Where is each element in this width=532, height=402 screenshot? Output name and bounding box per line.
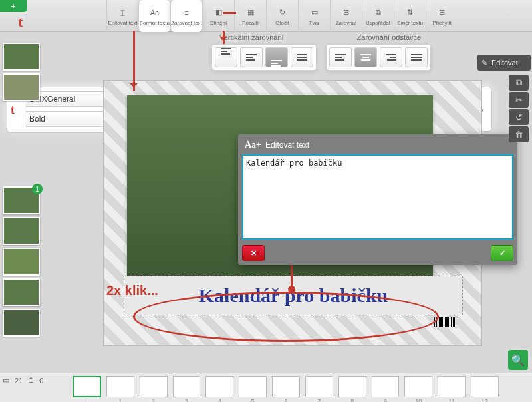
photo-count: 21 xyxy=(15,377,23,385)
toolbar-label: Směr textu xyxy=(394,20,426,26)
title-text-frame[interactable]: Kalendář pro babičku xyxy=(124,276,463,315)
photo-thumb[interactable] xyxy=(3,309,40,337)
toolbar-label: Přichytit xyxy=(426,20,458,26)
page-number: 5 xyxy=(239,398,266,402)
page-number: 6 xyxy=(273,398,299,402)
red-text-marker-icon: t xyxy=(12,13,29,31)
toolbar-snap-button[interactable]: ⊟Přichytit xyxy=(426,0,458,32)
bottom-bar: ▭21 ↥0 0123456789101112 xyxy=(0,373,532,402)
annotation-arrow-icon xyxy=(133,31,135,91)
page-number: 9 xyxy=(372,398,399,402)
edit-mode-button[interactable]: ✎Editovat xyxy=(477,55,531,71)
page-thumb[interactable]: 12 xyxy=(471,376,499,397)
photo-thumb[interactable] xyxy=(3,217,40,245)
delete-button[interactable]: 🗑 xyxy=(509,126,529,142)
palign-left-button[interactable] xyxy=(329,47,352,67)
annotation-arrow-icon xyxy=(223,12,236,14)
paragraph-align-group xyxy=(326,44,431,71)
toolbar-label: Editovat text xyxy=(107,20,139,26)
page-number: 2 xyxy=(140,398,167,402)
pin-count-icon: ↥ xyxy=(28,376,34,385)
toolbar-label: Stínění xyxy=(203,20,235,26)
page-number: 12 xyxy=(471,398,498,402)
page-thumb[interactable]: 4 xyxy=(205,376,233,397)
align-text-icon: ≡ xyxy=(181,7,193,19)
photo-count-icon: ▭ xyxy=(3,376,9,385)
modal-prefix-icon: Aa+ xyxy=(245,140,261,150)
magnifier-icon: 🔍 xyxy=(511,354,525,367)
background-icon: ▦ xyxy=(245,7,257,19)
photo-used-badge: 1 xyxy=(32,184,43,194)
palign-justify-button[interactable] xyxy=(405,47,428,67)
page-number: 0 xyxy=(74,397,100,402)
edit-text-icon: ⌶ xyxy=(117,7,129,19)
vertical-align-label: Vertikální zarovnání xyxy=(219,33,284,41)
page-thumb[interactable]: 8 xyxy=(338,376,366,397)
page-number: 7 xyxy=(306,398,332,402)
align-icon: ⊞ xyxy=(340,7,352,19)
toolbar-shape-button[interactable]: ▭Tvar xyxy=(298,0,330,32)
toolbar-label: Uspořádat xyxy=(362,20,394,26)
photo-thumb[interactable] xyxy=(3,278,40,306)
page-thumb[interactable]: 1 xyxy=(106,376,134,397)
valign-bottom-button[interactable] xyxy=(265,47,288,67)
toolbar-align-button[interactable]: ⊞Zarovnat xyxy=(330,0,362,32)
pencil-icon: ✎ xyxy=(481,59,487,67)
edit-text-textarea[interactable] xyxy=(242,154,513,240)
page-thumb[interactable]: 0 xyxy=(73,376,101,397)
toolbar-align-text-button[interactable]: ≡Zarovnat text xyxy=(170,0,202,32)
modal-confirm-button[interactable]: ✓ xyxy=(491,245,513,261)
page-number: 10 xyxy=(405,398,432,402)
palign-center-button[interactable] xyxy=(354,47,377,67)
page-thumb[interactable]: 9 xyxy=(372,376,400,397)
page-thumb[interactable]: 11 xyxy=(438,376,466,397)
photo-thumb[interactable] xyxy=(3,73,40,101)
add-media-button[interactable]: + xyxy=(0,0,27,12)
toolbar-rotate-button[interactable]: ↻Otočit xyxy=(266,0,298,32)
zoom-search-button[interactable]: 🔍 xyxy=(508,350,528,370)
toolbar-edit-text-button[interactable]: ⌶Editovat text xyxy=(106,0,138,32)
snap-icon: ⊟ xyxy=(436,7,448,19)
page-thumb[interactable]: 6 xyxy=(272,376,300,397)
page-thumb[interactable]: 5 xyxy=(239,376,267,397)
undo-button[interactable]: ↺ xyxy=(509,109,529,125)
toolbar-label: Formát textu xyxy=(139,20,171,26)
toolbar-format-text-button[interactable]: AaFormát textu xyxy=(138,0,170,32)
photo-thumb[interactable] xyxy=(3,43,40,71)
valign-top-button[interactable] xyxy=(215,47,237,67)
annotation-2xclick-label: 2x klik... xyxy=(106,283,158,298)
edit-text-modal: Aa+Editovat text ✕ ✓ xyxy=(238,134,517,265)
photo-thumb[interactable] xyxy=(3,248,40,276)
valign-middle-button[interactable] xyxy=(240,47,263,67)
toolbar-shadow-button[interactable]: ◧Stínění xyxy=(202,0,234,32)
page-thumb[interactable]: 7 xyxy=(305,376,333,397)
page-number: 3 xyxy=(174,398,200,402)
page-thumb[interactable]: 10 xyxy=(404,376,432,397)
page-number: 4 xyxy=(206,398,233,402)
toolbar-arrange-button[interactable]: ⧉Uspořádat xyxy=(362,0,394,32)
duplicate-button[interactable]: ⧉ xyxy=(509,75,529,91)
annotation-arrow-icon xyxy=(223,31,225,44)
toolbar-label: Zarovnat text xyxy=(171,20,203,26)
page-number: 1 xyxy=(107,398,134,402)
toolbar-label: Zarovnat xyxy=(331,20,362,26)
photo-thumb[interactable]: 1 xyxy=(3,186,40,214)
pin-count: 0 xyxy=(39,377,43,385)
toolbar-background-button[interactable]: ▦Pozadí xyxy=(234,0,266,32)
cut-button[interactable]: ✂ xyxy=(509,92,529,108)
valign-stretch-button[interactable] xyxy=(291,47,313,67)
shape-icon: ▭ xyxy=(309,7,321,19)
arrange-icon: ⧉ xyxy=(372,7,384,19)
toolbar-label: Pozadí xyxy=(235,20,267,26)
modal-cancel-button[interactable]: ✕ xyxy=(242,245,265,261)
page-thumb[interactable]: 2 xyxy=(140,376,168,397)
page-thumb[interactable]: 3 xyxy=(173,376,201,397)
page-number: 8 xyxy=(339,398,366,402)
text-dir-icon: ⇅ xyxy=(404,7,416,19)
barcode-icon xyxy=(434,317,455,327)
toolbar-text-dir-button[interactable]: ⇅Směr textu xyxy=(394,0,426,32)
palign-right-button[interactable] xyxy=(380,47,402,67)
paragraph-align-label: Zarovnání odstavce xyxy=(357,33,422,41)
format-text-icon: Aa xyxy=(149,7,161,19)
rotate-icon: ↻ xyxy=(277,7,289,19)
